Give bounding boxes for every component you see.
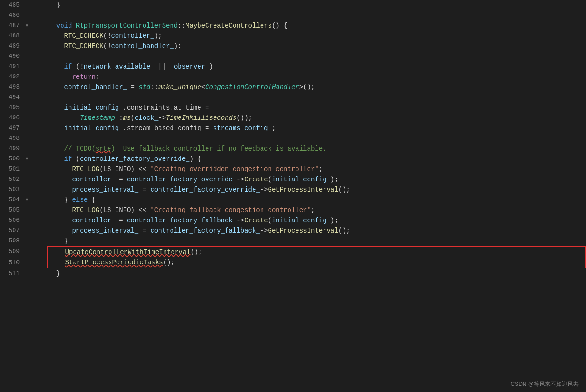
- code-line-500: 500⊟ if (controller_factory_override_) {: [0, 154, 586, 164]
- code-line-508: 508 }: [0, 236, 586, 246]
- code-line-492: 492 return;: [0, 72, 586, 82]
- code-line-490: 490: [0, 51, 586, 62]
- code-line-494: 494: [0, 92, 586, 103]
- fold-marker[interactable]: ⊟: [23, 195, 31, 205]
- code-line-504: 504⊟ } else {: [0, 195, 586, 205]
- code-line-488: 488 RTC_DCHECK(!controller_);: [0, 31, 586, 41]
- line-content: process_interval_ = controller_factory_f…: [47, 226, 586, 236]
- line-content: }: [47, 0, 586, 10]
- line-content: [47, 10, 586, 21]
- line-content: return;: [47, 72, 586, 82]
- line-content: UpdateControllerWithTimeInterval();: [47, 246, 586, 257]
- fold-marker[interactable]: ⊟: [23, 21, 31, 31]
- code-line-491: 491 if (!network_available_ || !observer…: [0, 62, 586, 72]
- line-number: 498: [0, 133, 23, 144]
- line-content: process_interval_ = controller_factory_o…: [47, 185, 586, 195]
- line-number: 490: [0, 51, 23, 62]
- line-number: 502: [0, 174, 23, 185]
- code-line-487: 487⊟ void RtpTransportControllerSend::Ma…: [0, 21, 586, 31]
- code-line-505: 505 RTC_LOG(LS_INFO) << "Creating fallba…: [0, 205, 586, 215]
- code-line-510: 510 StartProcessPeriodicTasks();: [0, 257, 586, 268]
- line-number: 506: [0, 215, 23, 226]
- line-content: initial_config_.constraints.at_time =: [47, 103, 586, 113]
- line-content: Timestamp::ms(clock_->TimeInMilliseconds…: [47, 113, 586, 123]
- line-content: RTC_DCHECK(!controller_);: [47, 31, 586, 41]
- code-line-498: 498: [0, 133, 586, 144]
- line-number: 489: [0, 41, 23, 51]
- line-number: 488: [0, 31, 23, 41]
- line-number: 509: [0, 247, 23, 257]
- code-line-489: 489 RTC_DCHECK(!control_handler_);: [0, 41, 586, 51]
- code-line-509: 509 UpdateControllerWithTimeInterval();: [0, 246, 586, 257]
- line-content: } else {: [47, 195, 586, 205]
- line-content: controller_ = controller_factory_overrid…: [47, 174, 586, 185]
- line-number: 491: [0, 62, 23, 72]
- code-line-506: 506 controller_ = controller_factory_fal…: [0, 215, 586, 226]
- line-content: void RtpTransportControllerSend::MaybeCr…: [47, 21, 586, 31]
- code-line-511: 511 }: [0, 268, 586, 279]
- line-number: 504: [0, 195, 23, 205]
- line-number: 494: [0, 92, 23, 103]
- code-line-507: 507 process_interval_ = controller_facto…: [0, 226, 586, 236]
- line-content: // TODO(srte): Use fallback controller i…: [47, 144, 586, 154]
- line-number: 511: [0, 268, 23, 279]
- code-line-502: 502 controller_ = controller_factory_ove…: [0, 174, 586, 185]
- line-content: control_handler_ = std::make_unique<Cong…: [47, 82, 586, 92]
- code-line-499: 499 // TODO(srte): Use fallback controll…: [0, 144, 586, 154]
- watermark: CSDN @等风来不如迎风去: [510, 380, 579, 388]
- line-content: RTC_LOG(LS_INFO) << "Creating fallback c…: [47, 205, 586, 215]
- line-number: 505: [0, 205, 23, 215]
- line-content: }: [47, 268, 586, 279]
- code-editor: 485 }486487⊟ void RtpTransportController…: [0, 0, 586, 392]
- code-line-486: 486: [0, 10, 586, 21]
- line-number: 510: [0, 258, 23, 268]
- code-line-493: 493 control_handler_ = std::make_unique<…: [0, 82, 586, 92]
- line-number: 486: [0, 10, 23, 21]
- line-number: 497: [0, 123, 23, 133]
- fold-marker[interactable]: ⊟: [23, 154, 31, 164]
- line-number: 507: [0, 226, 23, 236]
- line-content: initial_config_.stream_based_config = st…: [47, 123, 586, 133]
- line-content: if (!network_available_ || !observer_): [47, 62, 586, 72]
- code-line-495: 495 initial_config_.constraints.at_time …: [0, 103, 586, 113]
- line-number: 501: [0, 164, 23, 174]
- line-number: 493: [0, 82, 23, 92]
- code-line-497: 497 initial_config_.stream_based_config …: [0, 123, 586, 133]
- line-content: [47, 133, 586, 144]
- code-line-496: 496 Timestamp::ms(clock_->TimeInMillisec…: [0, 113, 586, 123]
- line-number: 492: [0, 72, 23, 82]
- line-number: 500: [0, 154, 23, 164]
- line-content: }: [47, 236, 586, 246]
- line-number: 495: [0, 103, 23, 113]
- line-number: 485: [0, 0, 23, 10]
- line-number: 487: [0, 21, 23, 31]
- line-number: 499: [0, 144, 23, 154]
- line-number: 508: [0, 236, 23, 246]
- code-content: 485 }486487⊟ void RtpTransportController…: [0, 0, 586, 279]
- line-content: RTC_DCHECK(!control_handler_);: [47, 41, 586, 51]
- code-line-503: 503 process_interval_ = controller_facto…: [0, 185, 586, 195]
- code-line-485: 485 }: [0, 0, 586, 10]
- line-content: controller_ = controller_factory_fallbac…: [47, 215, 586, 226]
- line-content: [47, 51, 586, 62]
- line-content: RTC_LOG(LS_INFO) << "Creating overridden…: [47, 164, 586, 174]
- line-number: 503: [0, 185, 23, 195]
- line-content: StartProcessPeriodicTasks();: [47, 257, 586, 268]
- line-content: [47, 92, 586, 103]
- line-content: if (controller_factory_override_) {: [47, 154, 586, 164]
- code-line-501: 501 RTC_LOG(LS_INFO) << "Creating overri…: [0, 164, 586, 174]
- line-number: 496: [0, 113, 23, 123]
